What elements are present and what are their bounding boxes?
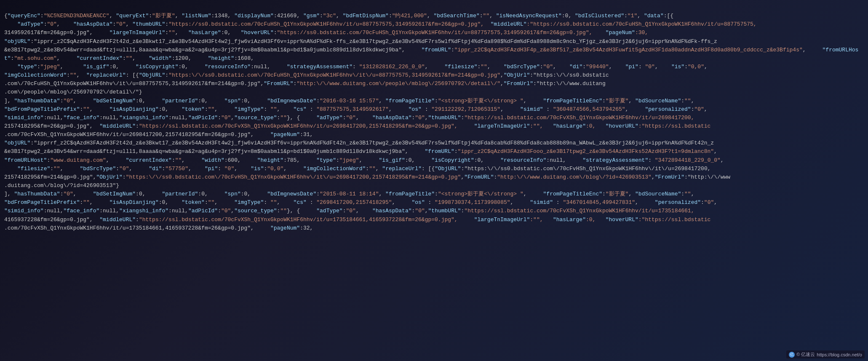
code-line: "fromURLHost":"www.duitang.com", "curren… [4,156,864,165]
code-line: 3149592617&fm=26&gp=0.jpg", "largeTnImag… [4,29,864,37]
code-line: {"queryEnc":"%C5%ED%D3%DA%EA%CC", "query… [4,12,864,20]
code-line: "bdFromPageTitlePrefix":"", "isAspDianji… [4,198,864,207]
code-line: "simid_info":null,"face_info":null,"xian… [4,114,864,122]
code-line: "objURL":"ipprr_z2C$qAzdH3FAzdH3F2t42d_z… [4,37,864,46]
code-line: "objURL":"ipprrf_z2C$qAzdH3FAzdH3F2t42d_… [4,139,864,147]
code-line: "adType":"0", "hasAspData":"0", "thumbUR… [4,20,864,29]
code-line: .com\/people\/mblog\/256970792\/detail\/… [4,88,864,96]
code-line: ], "hasThumbData":"0", "bdSetImgNum":0, … [4,190,864,198]
code-line: 4165937228&fm=26&gp=0.jpg", "middleURL":… [4,216,864,224]
code-line: "simid_info":null,"face_info":null,"xian… [4,207,864,215]
code-line: .com\/70cFuHSh_Q1YnxGkpoWK1HF6hhv\/it\/u… [4,80,864,88]
code-line: 2157418295&fm=214&gp=0.jpg","ObjUrl":"ht… [4,173,864,182]
watermark-icon: 亿 [789,352,795,358]
code-line: "type":"jpeg", "is_gif":0, "isCopyright"… [4,63,864,71]
code-line: .duitang.com\/blog\/?id=426903513"} [4,182,864,190]
code-line: "filesize":"", "bdSrcType":"0", "di":"57… [4,165,864,173]
code-line: 2157418295&fm=26&gp=0.jpg", "middleURL":… [4,122,864,131]
watermark-label: © 亿速云 [796,351,815,358]
code-line: &e3B17tpwg2_z&e3Bv54&wrr=daad&ftzj=ulll1… [4,147,864,156]
code-viewer: {"queryEnc":"%C5%ED%D3%DA%EA%CC", "query… [0,0,868,236]
code-line: .com/70cFvXSh_Q1YnxGkpoWK1HF6hhv/it/u=17… [4,224,864,233]
code-line: "bdFromPageTitlePrefix":"", "isAspDianji… [4,105,864,114]
code-line: "imgCollectionWord":"", "replaceUrl": [{… [4,71,864,80]
code-line: ], "hasThumbData":"0", "bdSetImgNum":0, … [4,97,864,105]
code-line: .com/70cFvXSh_Q1YnxGkpoWK1HF6hhv/it/u=26… [4,131,864,139]
watermark-url: https://blog.csdn.net/o [817,352,862,357]
watermark: 亿 © 亿速云 https://blog.csdn.net/o [786,350,865,358]
code-line: &e3B17tpwg2_z&e3Bv54&wrr=daad&ftzj=ulll1… [4,46,864,63]
